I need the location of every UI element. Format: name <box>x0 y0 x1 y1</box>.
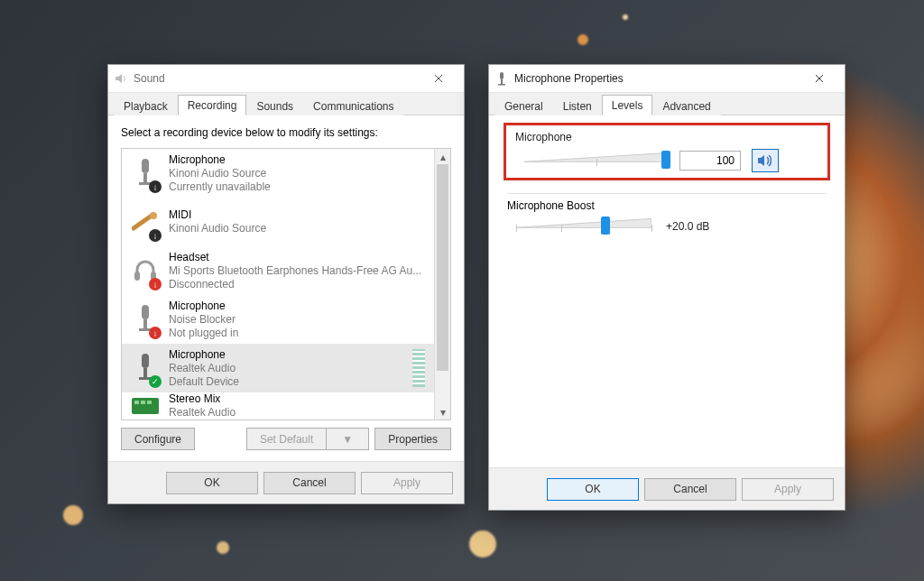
svg-rect-0 <box>142 159 149 173</box>
tab-recording[interactable]: Recording <box>178 95 247 115</box>
window-title: Sound <box>134 72 165 85</box>
device-list: Microphone Kinoni Audio Source Currently… <box>121 148 451 420</box>
divider <box>507 193 827 194</box>
apply-button[interactable]: Apply <box>742 478 834 501</box>
tab-strip: General Listen Levels Advanced <box>489 93 845 115</box>
microphone-icon <box>131 301 160 337</box>
svg-rect-1 <box>143 173 147 182</box>
dialog-footer: OK Cancel Apply <box>489 467 845 510</box>
svg-rect-18 <box>498 84 505 86</box>
svg-rect-6 <box>142 305 149 319</box>
device-row-selected[interactable]: Microphone Realtek Audio Default Device <box>122 344 434 392</box>
bokeh-dot <box>63 505 83 525</box>
device-source: Realtek Audio <box>169 406 236 420</box>
device-text: Microphone Noise Blocker Not plugged in <box>169 300 238 340</box>
cancel-button[interactable]: Cancel <box>263 472 356 494</box>
microphone-icon <box>131 155 160 191</box>
soundcard-icon <box>131 395 160 417</box>
close-button[interactable] <box>419 65 458 92</box>
microphone-level-value[interactable]: 100 <box>679 151 741 171</box>
device-name: Stereo Mix <box>169 392 236 406</box>
tab-body: Select a recording device below to modif… <box>108 115 464 461</box>
status-badge-unavailable <box>149 229 162 242</box>
device-source: Kinoni Audio Source <box>169 222 266 235</box>
close-button[interactable] <box>799 65 839 92</box>
ok-button[interactable]: OK <box>547 478 639 501</box>
device-row[interactable]: Microphone Kinoni Audio Source Currently… <box>122 149 434 198</box>
desktop-background: Sound Playback Recording Sounds Communic… <box>0 0 924 581</box>
svg-rect-16 <box>500 72 504 79</box>
microphone-icon <box>131 350 160 386</box>
slider-thumb[interactable] <box>661 151 670 169</box>
properties-button[interactable]: Properties <box>374 428 451 450</box>
bokeh-dot <box>623 14 628 20</box>
slider-tick <box>516 225 517 232</box>
slider-thumb[interactable] <box>601 217 610 235</box>
device-row[interactable]: MIDI Kinoni Audio Source <box>122 198 434 246</box>
device-status: Disconnected <box>169 278 421 291</box>
scroll-thumb[interactable] <box>437 164 448 371</box>
ok-button[interactable]: OK <box>166 472 258 494</box>
status-badge-unplugged <box>149 327 162 339</box>
device-source: Realtek Audio <box>169 362 239 375</box>
tab-strip: Playback Recording Sounds Communications <box>108 93 464 115</box>
tab-levels[interactable]: Levels <box>602 95 653 115</box>
device-source: Mi Sports Bluetooth Earphones Hands-Free… <box>169 264 421 278</box>
set-default-split-button[interactable]: Set Default ▼ <box>246 428 369 450</box>
device-row[interactable]: Headset Mi Sports Bluetooth Earphones Ha… <box>122 246 434 295</box>
device-list-inner[interactable]: Microphone Kinoni Audio Source Currently… <box>122 149 434 420</box>
svg-rect-17 <box>501 79 503 84</box>
svg-marker-20 <box>516 218 651 227</box>
device-text: MIDI Kinoni Audio Source <box>169 208 266 235</box>
device-text: Microphone Realtek Audio Default Device <box>169 348 239 389</box>
scroll-down-button[interactable]: ▾ <box>435 404 450 420</box>
svg-rect-7 <box>143 319 147 328</box>
svg-rect-14 <box>141 401 145 404</box>
slider-tick <box>596 159 597 166</box>
slider-tick <box>561 225 562 232</box>
device-text: Headset Mi Sports Bluetooth Earphones Ha… <box>169 251 421 291</box>
scroll-up-button[interactable]: ▴ <box>435 149 450 164</box>
configure-button[interactable]: Configure <box>121 428 195 450</box>
dialog-footer: OK Cancel Apply <box>108 461 464 503</box>
svg-rect-4 <box>134 272 140 281</box>
microphone-icon <box>494 71 509 86</box>
device-status: Not plugged in <box>169 327 238 340</box>
tab-advanced[interactable]: Advanced <box>652 96 720 115</box>
device-status: Currently unavailable <box>169 180 271 194</box>
tab-body: Microphone 100 <box>489 115 845 467</box>
scroll-track[interactable] <box>435 164 450 404</box>
tab-communications[interactable]: Communications <box>303 96 403 115</box>
slider-tick <box>651 225 652 232</box>
mute-toggle[interactable] <box>752 149 779 172</box>
boost-value: +20.0 dB <box>666 220 709 233</box>
svg-rect-12 <box>132 398 159 414</box>
boost-slider[interactable] <box>516 216 651 237</box>
slider-track <box>516 217 651 228</box>
highlight-box: Microphone 100 <box>504 123 830 180</box>
apply-button[interactable]: Apply <box>361 472 453 494</box>
tab-sounds[interactable]: Sounds <box>246 96 303 115</box>
sound-icon <box>114 71 128 86</box>
device-name: Headset <box>169 251 421 264</box>
microphone-level-row: 100 <box>515 147 818 176</box>
device-text: Stereo Mix Realtek Audio <box>169 392 236 420</box>
tab-playback[interactable]: Playback <box>114 96 178 115</box>
titlebar[interactable]: Sound <box>108 65 464 93</box>
device-status: Default Device <box>169 375 239 389</box>
cancel-button[interactable]: Cancel <box>644 478 736 501</box>
instruction-text: Select a recording device below to modif… <box>121 126 451 139</box>
tab-listen[interactable]: Listen <box>553 96 602 115</box>
titlebar[interactable]: Microphone Properties <box>489 65 845 93</box>
set-default-button[interactable]: Set Default <box>246 428 326 450</box>
svg-rect-9 <box>142 354 149 368</box>
tab-general[interactable]: General <box>494 96 553 115</box>
microphone-level-slider[interactable] <box>524 150 669 171</box>
set-default-dropdown[interactable]: ▼ <box>326 428 369 450</box>
device-name: Microphone <box>169 348 239 362</box>
device-source: Noise Blocker <box>169 313 238 327</box>
sound-dialog: Sound Playback Recording Sounds Communic… <box>107 64 465 504</box>
device-row[interactable]: Microphone Noise Blocker Not plugged in <box>122 295 434 344</box>
scrollbar[interactable]: ▴ ▾ <box>434 149 450 420</box>
device-row[interactable]: Stereo Mix Realtek Audio <box>122 392 434 420</box>
